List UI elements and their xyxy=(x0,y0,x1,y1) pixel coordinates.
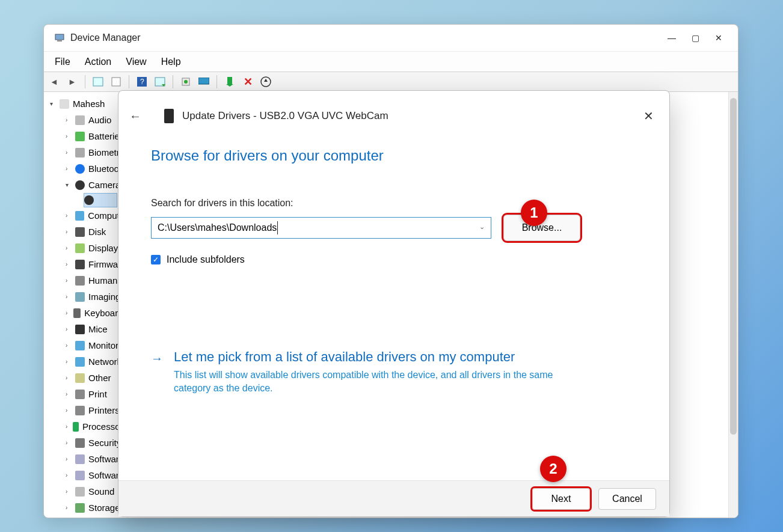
svg-text:?: ? xyxy=(140,78,144,86)
tree-item[interactable]: Disk xyxy=(88,227,106,237)
monitor-icon[interactable] xyxy=(197,75,210,88)
path-input[interactable]: C:\Users\mahes\Downloads ⌄ xyxy=(151,217,491,239)
tree-item[interactable]: Other xyxy=(88,373,111,383)
close-icon[interactable]: ✕ xyxy=(643,109,657,123)
properties-icon[interactable] xyxy=(109,75,123,88)
dialog-title: Update Drivers - USB2.0 VGA UVC WebCam xyxy=(182,110,388,122)
tree-item[interactable]: Audio xyxy=(88,115,111,125)
device-icon xyxy=(164,109,174,123)
device-tree[interactable]: ▾Mahesh ›Audio ›Batteries ›Biometric ›Bl… xyxy=(44,92,128,518)
svg-marker-14 xyxy=(264,79,268,82)
tree-item[interactable]: Storage xyxy=(88,503,120,513)
minimize-button[interactable]: — xyxy=(668,34,676,42)
maximize-button[interactable]: ▢ xyxy=(692,34,699,42)
close-button[interactable]: ✕ xyxy=(715,34,722,42)
path-value: C:\Users\mahes\Downloads xyxy=(158,222,277,233)
tree-item[interactable]: Display xyxy=(88,243,118,253)
menu-view[interactable]: View xyxy=(126,57,146,67)
app-icon xyxy=(55,33,64,43)
uninstall-icon[interactable]: ✕ xyxy=(241,75,254,88)
back-icon[interactable]: ◄ xyxy=(48,75,61,88)
svg-rect-1 xyxy=(57,40,62,41)
annotation-badge-2: 2 xyxy=(540,456,567,482)
svg-marker-12 xyxy=(226,84,233,87)
svg-rect-2 xyxy=(93,78,103,86)
toolbar: ◄ ► ? ✕ xyxy=(44,72,738,92)
svg-rect-10 xyxy=(198,78,209,84)
svg-rect-3 xyxy=(112,78,120,86)
include-subfolders-label: Include subfolders xyxy=(167,254,245,265)
arrow-right-icon: → xyxy=(151,349,163,396)
dialog-heading: Browse for drivers on your computer xyxy=(151,147,637,164)
view-icon[interactable] xyxy=(91,75,105,88)
tree-item[interactable]: Sound xyxy=(88,486,114,497)
forward-icon[interactable]: ► xyxy=(66,75,79,88)
pick-driver-option[interactable]: → Let me pick from a list of available d… xyxy=(151,349,637,396)
window-title: Device Manager xyxy=(70,32,141,43)
path-label: Search for drivers in this location: xyxy=(151,198,637,209)
menu-bar: File Action View Help xyxy=(44,51,738,72)
next-button[interactable]: Next xyxy=(532,488,590,510)
scan-icon[interactable] xyxy=(153,75,167,88)
menu-action[interactable]: Action xyxy=(85,57,111,67)
menu-file[interactable]: File xyxy=(55,57,70,67)
enable-icon[interactable] xyxy=(223,75,236,88)
pick-driver-desc: This list will show available drivers co… xyxy=(174,368,589,396)
update-driver-icon[interactable] xyxy=(179,75,192,88)
chevron-down-icon[interactable]: ⌄ xyxy=(479,223,485,231)
titlebar[interactable]: Device Manager — ▢ ✕ xyxy=(44,25,738,51)
tree-root[interactable]: Mahesh xyxy=(73,99,105,109)
tree-item[interactable]: Security xyxy=(88,438,121,448)
menu-help[interactable]: Help xyxy=(161,57,181,67)
back-button[interactable]: ← xyxy=(129,109,141,123)
tree-item[interactable]: Printers xyxy=(88,405,120,415)
tree-item[interactable]: Human xyxy=(88,275,117,286)
svg-point-9 xyxy=(184,80,188,84)
annotation-badge-1: 1 xyxy=(521,200,547,226)
include-subfolders-checkbox[interactable]: ✓ xyxy=(151,255,161,264)
pick-driver-title: Let me pick from a list of available dri… xyxy=(174,349,589,365)
scrollbar[interactable] xyxy=(728,92,738,518)
svg-rect-0 xyxy=(55,34,64,40)
help-icon[interactable]: ? xyxy=(135,75,149,88)
tree-item[interactable]: Imaging xyxy=(88,292,120,302)
tree-item[interactable]: Network xyxy=(88,356,121,367)
tree-item[interactable]: Print xyxy=(88,389,107,399)
scan-hardware-icon[interactable] xyxy=(259,75,272,88)
cancel-button[interactable]: Cancel xyxy=(598,488,656,510)
tree-item[interactable]: Mice xyxy=(88,324,108,334)
update-drivers-dialog: ← Update Drivers - USB2.0 VGA UVC WebCam… xyxy=(118,90,670,517)
svg-rect-11 xyxy=(227,77,232,84)
